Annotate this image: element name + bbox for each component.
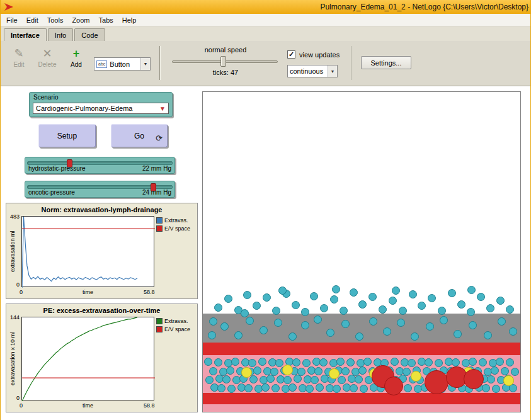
fluid-particle: [332, 285, 340, 293]
fluid-particle: [292, 301, 300, 309]
netlogo-icon: [4, 2, 14, 12]
oncotic-pressure-slider[interactable]: oncotic-pressure 24 mm Hg: [25, 181, 175, 198]
update-mode-dropdown[interactable]: continuous ▼: [287, 65, 338, 77]
toolbar-separator: [159, 46, 161, 80]
scenario-chooser[interactable]: Scenario Cardiogenic-Pulmonary-Edema ▼: [29, 92, 173, 117]
menu-tools[interactable]: Tools: [43, 15, 68, 25]
fluid-particle: [363, 358, 372, 366]
fluid-particle: [275, 359, 283, 367]
speed-slider-label: normal speed: [166, 46, 285, 54]
menu-edit[interactable]: Edit: [22, 15, 43, 25]
y-axis-label: extravasation x 10 ml: [9, 317, 16, 400]
chooser-value: Cardiogenic-Pulmonary-Edema: [36, 105, 132, 112]
fluid-particle: [241, 309, 249, 317]
fluid-particle: [369, 317, 377, 326]
speed-slider-thumb[interactable]: [220, 56, 226, 67]
tab-interface[interactable]: Interface: [4, 28, 47, 41]
fluid-particle: [452, 358, 460, 366]
fluid-particle: [231, 358, 239, 366]
fluid-particle: [248, 359, 256, 367]
fluid-particle: [408, 359, 416, 367]
setup-button[interactable]: Setup: [38, 124, 96, 147]
fluid-particle: [501, 367, 509, 375]
world-view[interactable]: [202, 91, 521, 412]
fluid-particle: [320, 304, 328, 312]
fluid-particle: [438, 307, 446, 315]
fluid-particle: [274, 319, 282, 327]
chooser-label: Scenario: [33, 94, 172, 101]
widget-type-value: Button: [110, 60, 130, 68]
fluid-particle: [204, 358, 212, 366]
dropdown-arrow-icon[interactable]: ▼: [328, 65, 337, 77]
fluid-particle: [336, 358, 345, 366]
fluid-particle: [457, 300, 465, 309]
fluid-particle: [426, 322, 434, 331]
fluid-particle: [319, 358, 328, 366]
fluid-particle: [314, 367, 323, 375]
plot-title: PE: excess-extravasation-over-time: [6, 307, 197, 314]
add-widget-button[interactable]: + Add: [65, 47, 88, 68]
delete-x-icon: ✕: [33, 47, 61, 60]
fluid-particle: [220, 322, 229, 331]
legend-entry: Extravas.: [156, 217, 190, 224]
fluid-particle: [360, 385, 368, 393]
hydrostatic-pressure-slider[interactable]: hydrostatic-pressure 22 mm Hg: [25, 157, 175, 174]
edit-widget-button[interactable]: ✎ Edit: [7, 47, 31, 68]
interface-canvas: Scenario Cardiogenic-Pulmonary-Edema ▼ S…: [1, 86, 530, 420]
fluid-particle: [253, 366, 261, 375]
dropdown-arrow-icon[interactable]: ▼: [140, 58, 150, 70]
red-blood-cell: [464, 369, 484, 389]
fluid-particle: [404, 384, 412, 392]
menu-file[interactable]: File: [2, 15, 22, 25]
fluid-particle: [301, 308, 309, 316]
fluid-particle: [316, 383, 324, 392]
chooser-arrow-icon: ▼: [159, 105, 168, 112]
x-axis-label: time: [21, 402, 154, 409]
view-updates-checkbox[interactable]: ✓: [287, 50, 295, 59]
plot-norm-extravasation: Norm: extravasation-lymph-drainage 483 0…: [6, 203, 198, 299]
slider-name: hydrostatic-pressure: [28, 165, 86, 172]
title-bar: Pulmonary_Edema_01_2 - NetLogo {C:\Users…: [1, 0, 530, 14]
fluid-particle: [389, 297, 397, 305]
fluid-particle: [341, 367, 350, 375]
fluid-particle: [425, 358, 433, 366]
plot-legend: Extravas. E/V space: [156, 318, 190, 334]
toolbar-separator: [351, 46, 352, 80]
menu-bar: File Edit Tools Zoom Tabs Help: [1, 14, 530, 26]
fluid-particle: [271, 384, 280, 392]
red-blood-cell: [384, 377, 403, 395]
tab-info[interactable]: Info: [48, 28, 73, 41]
fluid-particle: [214, 304, 222, 312]
fluid-particle: [305, 385, 314, 393]
fluid-particle: [258, 358, 266, 366]
legend-swatch: [156, 225, 163, 232]
fluid-particle: [368, 293, 377, 301]
menu-tabs[interactable]: Tabs: [94, 15, 118, 25]
go-button[interactable]: Go ⟳: [111, 124, 168, 147]
chooser-value-box[interactable]: Cardiogenic-Pulmonary-Edema ▼: [33, 103, 169, 114]
fluid-particle: [208, 331, 216, 339]
band-capillary-wall-bottom: [203, 393, 520, 404]
band-capillary-wall-top: [203, 343, 520, 355]
fluid-particle: [272, 307, 280, 315]
legend-swatch: [156, 318, 163, 324]
check-icon: ✓: [288, 50, 294, 58]
menu-zoom[interactable]: Zoom: [67, 15, 94, 25]
fluid-particle: [506, 305, 514, 314]
fluid-particle: [492, 385, 500, 393]
settings-button[interactable]: Settings...: [361, 56, 411, 69]
ticks-counter: ticks: 47: [166, 69, 285, 76]
fluid-particle: [234, 331, 243, 339]
fluid-particle: [469, 358, 477, 366]
slider-value: 24 mm Hg: [142, 189, 171, 196]
menu-help[interactable]: Help: [118, 15, 141, 25]
fluid-particle: [244, 384, 253, 392]
fluid-particle: [484, 331, 492, 339]
fluid-particle: [469, 321, 477, 329]
tab-code[interactable]: Code: [74, 28, 105, 41]
delete-widget-button[interactable]: ✕ Delete: [33, 47, 61, 68]
fluid-particle: [440, 316, 448, 324]
legend-entry: E/V space: [156, 225, 190, 232]
widget-type-dropdown[interactable]: abc Button ▼: [94, 57, 151, 71]
y-axis-label: extravasation ml: [9, 216, 16, 287]
